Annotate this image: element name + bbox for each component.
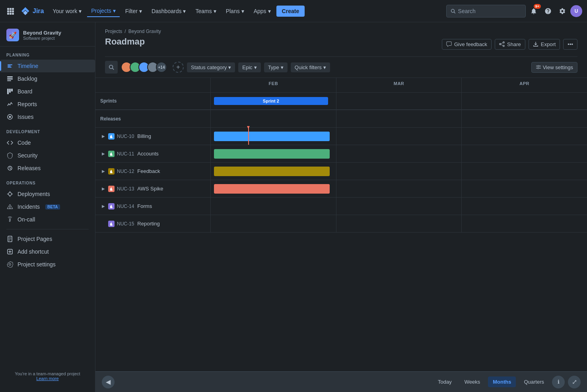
nuc-14-expand[interactable]: ▶ (100, 203, 107, 210)
nuc-13-label: ▶ NUC-13 AWS Spike (95, 180, 211, 197)
nav-dashboards[interactable]: Dashboards ▾ (148, 6, 190, 17)
sidebar-item-incidents[interactable]: Incidents BETA (0, 200, 95, 213)
svg-rect-3 (7, 10, 9, 12)
nuc-13-expand[interactable]: ▶ (100, 186, 107, 192)
nav-projects[interactable]: Projects ▾ (87, 5, 120, 17)
nav-teams[interactable]: Teams ▾ (191, 6, 220, 17)
sidebar-item-reports[interactable]: Reports (0, 98, 95, 111)
roadmap-search-button[interactable] (105, 61, 118, 74)
nuc-13-bar[interactable] (214, 184, 330, 194)
quarters-button[interactable]: Quarters (519, 376, 549, 387)
sidebar-item-add-shortcut[interactable]: Add shortcut (0, 245, 95, 258)
svg-rect-19 (11, 89, 13, 91)
nuc-10-expand[interactable]: ▶ (100, 133, 107, 140)
sidebar-item-oncall[interactable]: On-call (0, 213, 95, 226)
nuc-12-expand[interactable]: ▶ (100, 168, 107, 175)
sidebar-item-deployments[interactable]: Deployments (0, 188, 95, 200)
months-button[interactable]: Months (488, 376, 516, 387)
search-input[interactable] (458, 8, 521, 14)
project-settings-icon (6, 261, 14, 268)
give-feedback-button[interactable]: Give feedback (442, 39, 492, 50)
nuc-11-bar[interactable] (214, 149, 330, 159)
releases-icon (6, 165, 14, 172)
svg-line-10 (454, 12, 455, 13)
sidebar-item-timeline[interactable]: Timeline (0, 60, 95, 72)
info-button[interactable]: ℹ (552, 376, 565, 388)
sidebar-item-code[interactable]: Code (0, 136, 95, 149)
releases-section-row: Releases (95, 110, 587, 128)
avatar-count[interactable]: +14 (156, 62, 167, 73)
svg-rect-15 (7, 78, 13, 80)
nuc-15-cell-mar (336, 215, 462, 232)
sidebar-item-releases[interactable]: Releases (0, 162, 95, 175)
table-row: ▶ NUC-14 Forms (95, 198, 587, 215)
learn-more-link[interactable]: Learn more (36, 376, 58, 381)
code-icon (6, 139, 14, 146)
nav-filter[interactable]: Filter ▾ (121, 6, 146, 17)
releases-content (211, 110, 587, 127)
nav-plans[interactable]: Plans ▾ (222, 6, 248, 17)
svg-point-32 (503, 45, 505, 47)
sidebar-divider (6, 229, 89, 229)
breadcrumb-projects[interactable]: Projects (105, 29, 122, 34)
sidebar-item-security[interactable]: Security (0, 149, 95, 162)
search-bar[interactable] (446, 5, 526, 17)
view-settings-button[interactable]: View settings (531, 62, 577, 73)
nuc-11-expand[interactable]: ▶ (100, 151, 107, 157)
add-person-button[interactable]: + (173, 62, 184, 73)
svg-rect-7 (10, 13, 12, 15)
sidebar-item-backlog[interactable]: Backlog (0, 72, 95, 85)
today-button[interactable]: Today (433, 376, 457, 387)
share-button[interactable]: Share (495, 39, 525, 50)
svg-rect-5 (12, 10, 14, 12)
status-category-filter[interactable]: Status category ▾ (187, 62, 235, 72)
releases-cell-feb (211, 110, 336, 127)
security-icon (6, 152, 14, 159)
timeline-icon (6, 62, 14, 70)
scroll-left-button[interactable]: ◀ (102, 376, 115, 388)
fullscreen-button[interactable]: ⤢ (568, 376, 581, 388)
breadcrumb-project[interactable]: Beyond Gravity (128, 29, 161, 34)
breadcrumb: Projects / Beyond Gravity (105, 29, 577, 34)
nuc-12-bar[interactable] (214, 167, 330, 176)
sidebar-item-project-settings[interactable]: Project settings (0, 258, 95, 271)
table-row: ▶ NUC-12 Feedback (95, 163, 587, 180)
nuc-11-icon (108, 151, 115, 157)
nuc-15-cell-apr (462, 215, 587, 232)
nuc-10-bar[interactable] (214, 132, 330, 141)
table-row: NUC-15 Reporting (95, 215, 587, 233)
nuc-13-content (211, 180, 587, 197)
create-button[interactable]: Create (276, 6, 305, 17)
grid-menu-icon[interactable] (5, 6, 16, 17)
nav-apps[interactable]: Apps ▾ (250, 6, 275, 17)
project-name: Beyond Gravity (23, 30, 61, 36)
epic-filter[interactable]: Epic ▾ (238, 62, 260, 72)
help-button[interactable] (542, 5, 554, 17)
more-options-button[interactable]: ••• (563, 39, 577, 50)
planning-section-label: PLANNING (0, 47, 95, 60)
month-feb: FEB (211, 78, 336, 92)
export-button[interactable]: Export (529, 39, 560, 50)
sidebar-item-issues[interactable]: Issues (0, 111, 95, 123)
sprints-cell-apr (462, 93, 587, 109)
notifications-button[interactable]: 9+ (527, 5, 540, 17)
sprint-2-bar[interactable]: Sprint 2 (214, 97, 328, 105)
settings-button[interactable] (556, 5, 569, 17)
sidebar-item-project-pages[interactable]: Project Pages (0, 233, 95, 245)
search-icon-small (109, 64, 114, 70)
oncall-icon (6, 216, 14, 223)
backlog-icon (6, 75, 14, 82)
nav-your-work[interactable]: Your work ▾ (49, 6, 86, 17)
project-header[interactable]: 🚀 Beyond Gravity Software project (0, 22, 95, 47)
nuc-11-cell-feb (211, 145, 336, 162)
development-section-label: DEVELOPMENT (0, 123, 95, 136)
nuc-11-label: ▶ NUC-11 Accounts (95, 145, 211, 162)
sidebar-item-board[interactable]: Board (0, 85, 95, 98)
weeks-button[interactable]: Weeks (460, 376, 485, 387)
months-row: FEB MAR APR (211, 78, 587, 92)
user-avatar[interactable]: U (570, 5, 582, 17)
quick-filters-button[interactable]: Quick filters ▾ (291, 62, 330, 72)
type-filter[interactable]: Type ▾ (264, 62, 288, 72)
svg-rect-6 (7, 13, 9, 15)
jira-logo[interactable]: Jira (17, 6, 47, 16)
